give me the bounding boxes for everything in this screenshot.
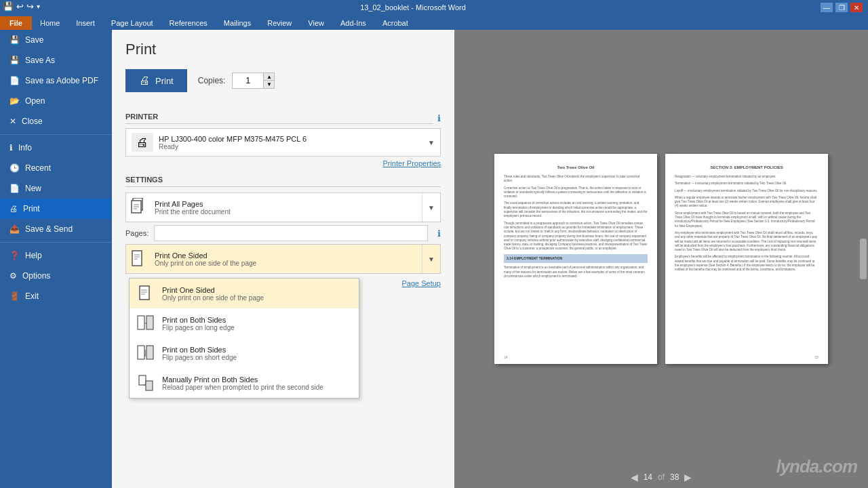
dropdown-manual-icon (136, 373, 155, 392)
copies-down-button[interactable]: ▼ (263, 81, 274, 88)
quick-access-toolbar[interactable]: 💾 ↩ ↪ ▾ (3, 1, 40, 12)
copies-label: Copies: (198, 76, 226, 85)
dropdown-one-sided-icon (136, 284, 155, 303)
preview-right-para6: Any employee who terminates employment w… (675, 231, 818, 252)
dropdown-option-both-short[interactable]: Print on Both Sides Flip pages on short … (130, 338, 359, 368)
sidebar-item-open[interactable]: 📂 Open (0, 91, 112, 111)
svg-rect-14 (146, 316, 153, 329)
svg-rect-16 (146, 346, 153, 359)
printer-device-icon: 🖨 (132, 133, 153, 152)
svg-rect-17 (139, 375, 146, 385)
sidebar-item-recent[interactable]: 🕒 Recent (0, 158, 112, 178)
save-sidebar-icon: 💾 (9, 35, 20, 45)
print-all-pages-row[interactable]: Print All Pages Print the entire documen… (125, 192, 441, 222)
preview-right-title: SECTION 3: EMPLOYMENT POLICIES (675, 165, 818, 171)
new-doc-icon: 📄 (9, 184, 20, 193)
print-one-sided-main: Print One Sided (155, 251, 418, 260)
content-area: Print 🖨 Print Copies: ▲ ▼ (112, 30, 868, 488)
printer-section-title: Printer (125, 113, 433, 124)
dropdown-option-manual[interactable]: Manually Print on Both Sides Reload pape… (130, 368, 359, 398)
sidebar-item-save-as[interactable]: 💾 Save As (0, 50, 112, 70)
print-title: Print (125, 41, 441, 58)
svg-rect-9 (140, 286, 149, 300)
next-page-button[interactable]: ▶ (684, 472, 692, 483)
print-one-sided-sub: Only print on one side of the page (155, 260, 418, 267)
print-one-sided-icon (126, 245, 151, 273)
undo-icon[interactable]: ↩ (16, 1, 24, 12)
printer-info-icon[interactable]: ℹ (437, 113, 441, 123)
tab-page-layout[interactable]: Page Layout (103, 16, 161, 30)
restore-button[interactable]: ❐ (835, 3, 848, 12)
pages-input[interactable] (154, 225, 428, 241)
dropdown-option-both-long[interactable]: Print on Both Sides Flip pages on long e… (130, 308, 359, 338)
preview-area: Two Trees Olive Oil These rules and stan… (454, 30, 868, 488)
printer-dropdown-arrow[interactable]: ▼ (428, 139, 435, 146)
sidebar-item-save[interactable]: 💾 Save (0, 30, 112, 50)
sidebar-item-info[interactable]: ℹ Info (0, 138, 112, 158)
prev-page-button[interactable]: ◀ (631, 472, 638, 483)
dropdown-one-sided-main: Print One Sided (162, 286, 264, 294)
sidebar-item-new-label: New (25, 184, 41, 193)
dropdown-option-one-sided[interactable]: Print One Sided Only print on one side o… (130, 279, 359, 308)
sidebar-item-close-label: Close (22, 117, 43, 126)
sidebar-divider-1 (0, 134, 112, 135)
close-doc-icon: ✕ (9, 117, 16, 126)
copies-input[interactable] (233, 75, 263, 87)
minimize-button[interactable]: — (821, 3, 833, 12)
copies-up-button[interactable]: ▲ (263, 73, 274, 81)
print-one-sided-row[interactable]: Print One Sided Only print on one side o… (125, 244, 441, 274)
preview-right-para5: Since employment with Two Trees Olive Oi… (675, 211, 818, 228)
print-button[interactable]: 🖨 Print (125, 69, 187, 92)
sidebar-item-exit[interactable]: 🚪 Exit (0, 286, 112, 306)
preview-left-highlight: 3.14 EMPLOYMENT TERMINATION (504, 254, 648, 264)
tab-file[interactable]: File (0, 16, 32, 30)
sidebar-item-open-label: Open (25, 96, 45, 106)
open-icon: 📂 (9, 96, 20, 106)
exit-icon: 🚪 (9, 291, 20, 301)
redo-icon[interactable]: ↪ (26, 1, 34, 12)
sidebar-item-exit-label: Exit (25, 291, 39, 301)
dropdown-manual-sub: Reload paper when prompted to print the … (162, 384, 323, 391)
sidebar-item-new[interactable]: 📄 New (0, 178, 112, 199)
printer-status: Ready (159, 143, 307, 150)
print-panel: Print 🖨 Print Copies: ▲ ▼ (112, 30, 454, 488)
customize-qat-icon[interactable]: ▾ (37, 3, 40, 10)
print-btn-label: Print (155, 76, 174, 86)
sidebar-item-save-as-label: Save As (25, 56, 55, 65)
printer-row: 🖨 HP LJ300-400 color MFP M375-M475 PCL 6… (125, 128, 441, 157)
tab-mailings[interactable]: Mailings (216, 16, 259, 30)
sidebar-item-print[interactable]: 🖨 Print (0, 199, 112, 219)
dropdown-both-long-text: Print on Both Sides Flip pages on long e… (162, 316, 235, 331)
preview-left-para1: These rules and standards, Two Trees Oli… (504, 175, 648, 184)
tab-references[interactable]: References (161, 16, 216, 30)
tab-addins[interactable]: Add-Ins (332, 16, 374, 30)
sidebar-item-save-send[interactable]: 📤 Save & Send (0, 219, 112, 239)
tab-view[interactable]: View (300, 16, 332, 30)
print-all-pages-sub: Print the entire document (155, 208, 418, 216)
sidebar-item-help[interactable]: ❓ Help (0, 245, 112, 266)
sidebar-item-options-label: Options (22, 271, 50, 281)
pages-info-icon[interactable]: ℹ (437, 228, 441, 239)
tab-review[interactable]: Review (259, 16, 300, 30)
sidebar-item-save-pdf[interactable]: 📄 Save as Adobe PDF (0, 70, 112, 91)
dropdown-both-long-sub: Flip pages on long edge (162, 324, 235, 331)
close-button[interactable]: ✕ (850, 3, 863, 12)
scroll-indicator[interactable] (860, 239, 867, 279)
print-all-pages-arrow[interactable]: ▼ (422, 193, 440, 222)
svg-rect-18 (146, 381, 153, 390)
pages-row: Pages: ℹ (125, 225, 441, 241)
dropdown-manual-main: Manually Print on Both Sides (162, 375, 323, 384)
print-one-sided-arrow[interactable]: ▼ (422, 245, 440, 273)
tab-insert[interactable]: Insert (68, 16, 103, 30)
sidebar-item-options[interactable]: ⚙ Options (0, 266, 112, 286)
copies-row: Copies: ▲ ▼ (198, 73, 275, 89)
sidebar-item-close[interactable]: ✕ Close (0, 111, 112, 131)
sidebar-item-recent-label: Recent (25, 163, 51, 173)
tab-home[interactable]: Home (32, 16, 68, 30)
save-icon[interactable]: 💾 (3, 1, 14, 12)
tab-acrobat[interactable]: Acrobat (374, 16, 416, 30)
window-controls[interactable]: — ❐ ✕ (821, 3, 863, 12)
ribbon-tabs: File Home Insert Page Layout References … (0, 15, 868, 30)
printer-properties-link[interactable]: Printer Properties (125, 159, 441, 167)
watermark: lynda.com (776, 456, 857, 477)
